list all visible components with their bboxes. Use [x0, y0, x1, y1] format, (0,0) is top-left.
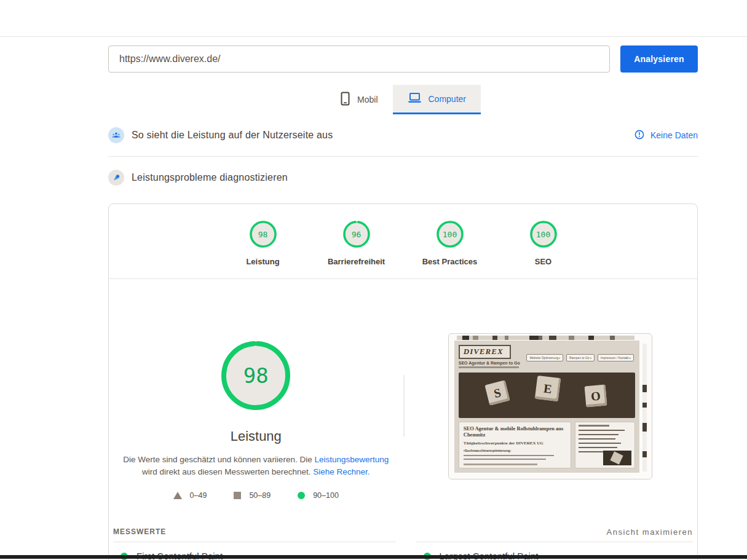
site-bullet-title: Suchmaschinenoptimierung:: [464, 449, 566, 452]
site-text-bar: [464, 463, 538, 465]
sidebar-link-bar: [579, 434, 619, 436]
legend-average-range: 50–89: [249, 491, 271, 500]
score-value: 100: [529, 219, 558, 249]
url-bar: Analysieren: [108, 45, 698, 73]
tab-desktop-label: Computer: [429, 94, 466, 104]
metrics-heading: MESSWERTE: [113, 527, 396, 538]
sidebar-title-bar: [579, 425, 609, 427]
score-performance[interactable]: 98 Leistung: [226, 219, 300, 266]
gauge-description: Die Werte sind geschätzt und können vari…: [120, 454, 392, 478]
triangle-icon: [173, 492, 182, 499]
legend-poor: 0–49: [173, 491, 207, 500]
analyze-button[interactable]: Analysieren: [620, 45, 698, 73]
users-icon: [108, 127, 124, 143]
page-header-band: [0, 0, 747, 37]
scoring-link[interactable]: Leistungsbewertung: [314, 455, 389, 464]
site-subline-bar: [459, 366, 519, 368]
performance-gauge-column: 98 Leistung Die Werte sind geschätzt und…: [109, 279, 403, 511]
score-label: Barrierefreiheit: [328, 257, 385, 266]
site-header: DIVEREX SEO Agentur & Rampen to Go Websi…: [459, 345, 635, 371]
main-content: Analysieren Mobil Computer: [108, 45, 698, 560]
circle-icon: [298, 492, 305, 499]
score-gauge: 96: [342, 219, 371, 249]
score-seo[interactable]: 100 SEO: [507, 219, 580, 266]
score-label: SEO: [535, 257, 551, 266]
phone-icon: [340, 92, 350, 108]
bottom-window-edge: [0, 555, 747, 559]
performance-score-value: 98: [219, 339, 292, 412]
site-nav-button: Impressum / Kontakt: [598, 354, 634, 361]
laptop-icon: [408, 92, 422, 105]
legend-average: 50–89: [234, 491, 271, 500]
field-data-title: So sieht die Leistung auf der Nutzerseit…: [132, 130, 333, 141]
thumbnail-scrollbar: [642, 344, 647, 471]
site-heading: SEO Agentur & mobile Rollstuhlrampen aus…: [464, 425, 566, 438]
sidebar-link-bar: [579, 430, 625, 432]
performance-overview: 98 Leistung Die Werte sind geschätzt und…: [109, 279, 697, 511]
site-text-bar: [464, 455, 554, 457]
sidebar-link-bar: [579, 443, 620, 444]
site-subheading: Tätigkeitsschwerpunkte der DIVEREX UG: [464, 441, 566, 446]
lighthouse-beacon-icon: [108, 170, 124, 186]
score-value: 96: [342, 219, 371, 249]
desc-text: Die Werte sind geschätzt und können vari…: [123, 455, 314, 464]
site-main-article: SEO Agentur & mobile Rollstuhlrampen aus…: [459, 422, 571, 468]
expand-view-link[interactable]: Ansicht maximieren: [416, 527, 694, 538]
no-data-label: Keine Daten: [650, 130, 698, 140]
sidebar-image: [603, 451, 631, 465]
site-nav-button: Rampen to Go: [566, 354, 595, 361]
metrics-divider: [113, 542, 396, 542]
browser-chrome-strip: [457, 336, 634, 340]
report-card: 98 Leistung 96 Barrierefreiheit: [108, 203, 698, 560]
lab-data-title: Leistungsprobleme diagnostizieren: [132, 172, 288, 183]
desc-text: wird direkt aus diesen Messwerten berech…: [142, 467, 313, 476]
sidebar-link-bar: [579, 438, 615, 440]
score-label: Leistung: [246, 257, 279, 266]
site-nav: Website Optimierung Rampen to Go Impress…: [526, 354, 633, 361]
info-icon: [634, 130, 644, 141]
site-logo: DIVEREX: [459, 345, 511, 359]
score-value: 100: [435, 219, 465, 249]
score-legend: 0–49 50–89 90–100: [173, 491, 339, 500]
scrabble-tile: O: [585, 384, 607, 407]
sidebar-link-bar: [579, 447, 617, 449]
site-text-bar: [464, 459, 546, 460]
page-screenshot-thumbnail[interactable]: DIVEREX SEO Agentur & Rampen to Go Websi…: [448, 333, 652, 479]
site-tagline: SEO Agentur & Rampen to Go: [459, 361, 635, 365]
screenshot-column: DIVEREX SEO Agentur & Rampen to Go Websi…: [403, 279, 698, 511]
score-gauge: 100: [435, 219, 465, 249]
site-hero-image: S E O: [459, 373, 635, 418]
metrics-divider: [416, 542, 694, 542]
legend-poor-range: 0–49: [190, 491, 207, 500]
device-tabs: Mobil Computer: [108, 85, 698, 114]
score-best-practices[interactable]: 100 Best Practices: [413, 219, 487, 266]
calculator-link[interactable]: Siehe Rechner.: [313, 467, 370, 476]
lab-data-section-header: Leistungsprobleme diagnostizieren: [108, 157, 698, 199]
scrabble-tile: E: [535, 376, 561, 401]
square-icon: [234, 492, 241, 499]
score-accessibility[interactable]: 96 Barrierefreiheit: [320, 219, 393, 266]
tab-desktop[interactable]: Computer: [393, 85, 481, 114]
url-input[interactable]: [108, 45, 610, 73]
vertical-divider: [403, 375, 405, 436]
no-data-status[interactable]: Keine Daten: [634, 130, 698, 141]
site-content: SEO Agentur & mobile Rollstuhlrampen aus…: [459, 422, 635, 468]
legend-good-range: 90–100: [313, 491, 339, 500]
site-nav-button: Website Optimierung: [526, 354, 563, 361]
tab-mobile-label: Mobil: [357, 95, 377, 105]
score-gauge: 100: [529, 219, 558, 249]
site-sidebar: [575, 422, 635, 468]
tab-mobile[interactable]: Mobil: [325, 85, 392, 114]
performance-gauge-label: Leistung: [231, 428, 282, 444]
score-gauge: 98: [248, 219, 278, 249]
score-label: Best Practices: [422, 257, 478, 266]
site-preview: DIVEREX SEO Agentur & Rampen to Go Websi…: [454, 341, 639, 473]
score-value: 98: [248, 219, 278, 249]
field-data-section-header: So sieht die Leistung auf der Nutzerseit…: [108, 114, 698, 156]
performance-gauge: 98: [219, 339, 292, 412]
category-scores: 98 Leistung 96 Barrierefreiheit: [109, 204, 697, 278]
scrabble-tile: S: [484, 381, 510, 406]
legend-good: 90–100: [298, 491, 339, 500]
